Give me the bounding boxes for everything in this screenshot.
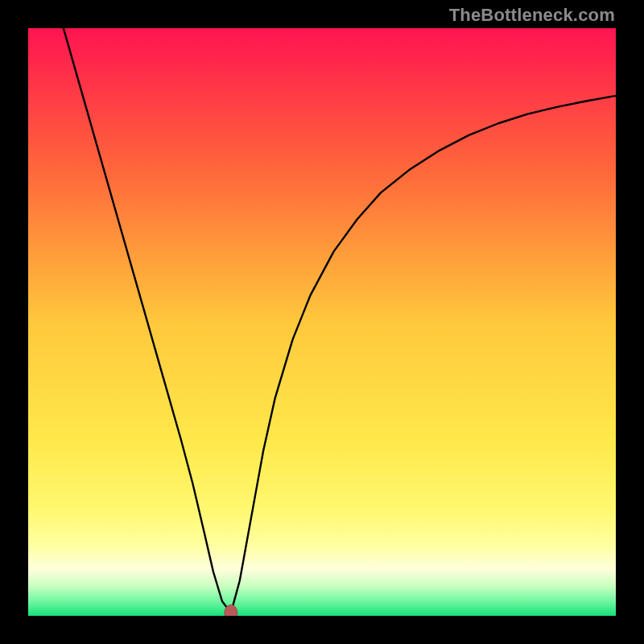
bottleneck-curve [28, 28, 616, 616]
curve-left-branch [64, 28, 231, 613]
watermark-text: TheBottleneck.com [449, 5, 615, 26]
curve-right-branch [231, 96, 616, 613]
plot-area [28, 28, 616, 616]
chart-frame: TheBottleneck.com [0, 0, 644, 644]
